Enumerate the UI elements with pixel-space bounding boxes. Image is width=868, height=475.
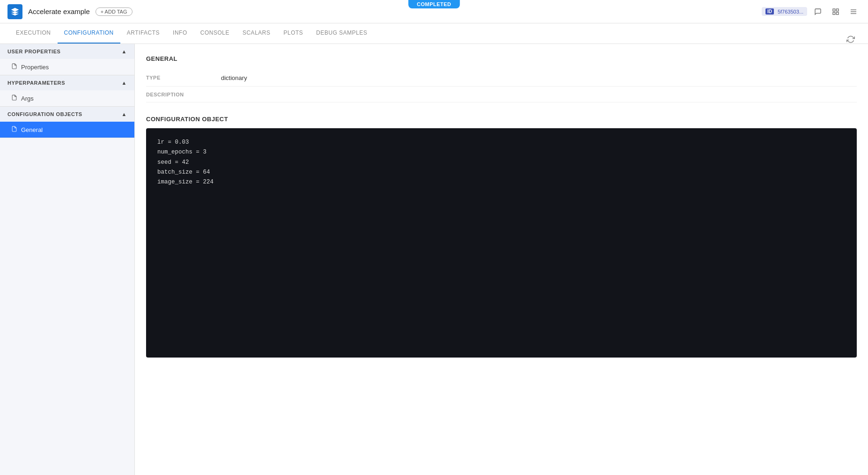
- sidebar-item-properties[interactable]: Properties: [0, 59, 134, 75]
- svg-rect-1: [836, 9, 839, 11]
- tab-info[interactable]: INFO: [166, 23, 194, 44]
- sidebar-section-header-hyperparameters[interactable]: HYPERPARAMETERS ▲: [0, 75, 134, 90]
- top-bar-left: Accelerate example + ADD TAG: [7, 4, 132, 19]
- main-content: GENERAL TYPE dictionary DESCRIPTION CONF…: [135, 44, 868, 475]
- completed-badge: COMPLETED: [408, 0, 460, 8]
- config-object-title: CONFIGURATION OBJECT: [146, 116, 857, 123]
- top-bar: Accelerate example + ADD TAG COMPLETED I…: [0, 0, 868, 23]
- svg-rect-3: [836, 12, 839, 15]
- type-label: TYPE: [146, 74, 221, 80]
- tab-execution[interactable]: EXECUTION: [9, 23, 58, 44]
- add-tag-button[interactable]: + ADD TAG: [96, 7, 132, 16]
- code-line-4: batch_size = 64: [157, 168, 846, 177]
- sidebar-section-user-properties: USER PROPERTIES ▲ Properties: [0, 44, 134, 75]
- sidebar-item-general[interactable]: General: [0, 122, 134, 138]
- chevron-up-icon: ▲: [122, 111, 127, 117]
- menu-icon-button[interactable]: [846, 5, 861, 19]
- tab-scalars[interactable]: SCALARS: [236, 23, 277, 44]
- tab-console[interactable]: CONSOLE: [194, 23, 236, 44]
- document-icon: [11, 126, 17, 133]
- main-layout: USER PROPERTIES ▲ Properties HYPERPARAME…: [0, 44, 868, 475]
- id-value: 5f763503...: [778, 9, 803, 15]
- tab-artifacts[interactable]: ARTIFACTS: [120, 23, 166, 44]
- refresh-button[interactable]: [843, 35, 859, 44]
- app-title: Accelerate example: [28, 7, 90, 15]
- chevron-up-icon: ▲: [122, 49, 127, 54]
- tabs-bar: EXECUTION CONFIGURATION ARTIFACTS INFO C…: [0, 23, 868, 44]
- code-line-5: image_size = 224: [157, 177, 846, 187]
- chevron-up-icon: ▲: [122, 80, 127, 86]
- layout-icon-button[interactable]: [829, 5, 843, 19]
- sidebar: USER PROPERTIES ▲ Properties HYPERPARAME…: [0, 44, 135, 475]
- code-block: lr = 0.03 num_epochs = 3 seed = 42 batch…: [146, 128, 857, 358]
- general-section-title: GENERAL: [146, 55, 857, 62]
- description-field-row: DESCRIPTION: [146, 87, 857, 102]
- svg-rect-2: [833, 12, 835, 15]
- code-line-1: lr = 0.03: [157, 138, 846, 147]
- comment-icon-button[interactable]: [811, 5, 825, 19]
- id-label: ID: [765, 8, 774, 15]
- sidebar-section-configuration-objects: CONFIGURATION OBJECTS ▲ General: [0, 107, 134, 138]
- tab-debug-samples[interactable]: DEBUG SAMPLES: [309, 23, 374, 44]
- top-bar-right: ID 5f763503...: [762, 5, 861, 19]
- code-line-2: num_epochs = 3: [157, 147, 846, 157]
- description-label: DESCRIPTION: [146, 91, 221, 97]
- type-value: dictionary: [221, 74, 247, 81]
- sidebar-section-header-configuration-objects[interactable]: CONFIGURATION OBJECTS ▲: [0, 107, 134, 122]
- sidebar-section-hyperparameters: HYPERPARAMETERS ▲ Args: [0, 75, 134, 107]
- type-field-row: TYPE dictionary: [146, 70, 857, 87]
- document-icon: [11, 95, 17, 102]
- tab-configuration[interactable]: CONFIGURATION: [58, 23, 120, 44]
- document-icon: [11, 63, 17, 71]
- tab-plots[interactable]: PLOTS: [277, 23, 309, 44]
- sidebar-section-header-user-properties[interactable]: USER PROPERTIES ▲: [0, 44, 134, 59]
- app-logo: [7, 4, 22, 19]
- svg-rect-0: [833, 9, 835, 11]
- sidebar-item-args[interactable]: Args: [0, 90, 134, 106]
- code-line-3: seed = 42: [157, 158, 846, 168]
- task-id-badge: ID 5f763503...: [762, 7, 807, 16]
